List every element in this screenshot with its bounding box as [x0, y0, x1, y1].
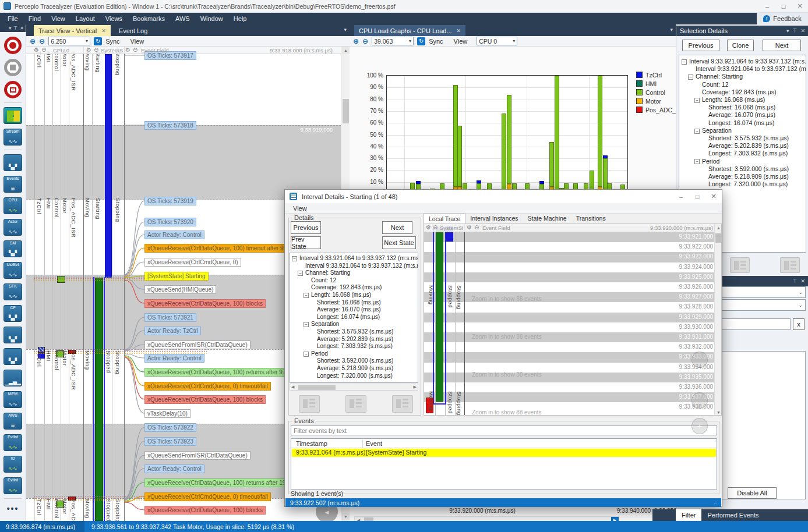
tree-expander-icon[interactable]: −	[694, 129, 700, 134]
trace-compact-icon[interactable]: ▚▞	[3, 327, 22, 343]
stream-icon[interactable]: Stream∿∿	[3, 129, 22, 146]
next-state-button[interactable]: Next State	[382, 236, 416, 249]
gear-icon[interactable]: ⚙	[467, 224, 472, 230]
scroll-up-icon[interactable]: ▲	[715, 225, 722, 231]
tree-item[interactable]: Longest: 7.303.932 (s.ms.μs)	[290, 343, 418, 350]
menu-item-views[interactable]: Views	[100, 13, 128, 24]
state-machine-icon[interactable]: SM▚▞	[3, 240, 22, 257]
tree-item[interactable]: −Channel: Starting	[679, 73, 806, 80]
trace-event-label[interactable]: vTaskDelay(10)	[144, 409, 190, 418]
tree-item[interactable]: Average: 5.202.839 (s.ms.μs)	[679, 142, 806, 150]
close-tab-icon[interactable]: ✕	[101, 28, 106, 34]
trace-event-label[interactable]: xQueueReceive(CtrlDataQueue, 100) blocks	[144, 506, 266, 515]
collapse-icon[interactable]: ⊖	[41, 47, 46, 53]
event-intensity-2-icon[interactable]: EvtInt∿∿	[3, 477, 22, 494]
sync-label[interactable]: Sync	[105, 38, 119, 45]
column-header-event-field[interactable]: Event Field	[482, 225, 510, 231]
local-trace-timeline[interactable]: 9:33.921.0009:33.922.0009:33.923.0009:33…	[424, 224, 722, 416]
column-timestamp[interactable]: Timestamp	[296, 440, 327, 447]
tree-item[interactable]: Interval 9:33.921.064 to 9:33.937.132 (m…	[290, 263, 418, 270]
tree-item[interactable]: Shortest: 3.592.000 (s.ms.μs)	[679, 165, 806, 173]
trace-event-label[interactable]: Actor Ready: TzCtrl	[144, 327, 201, 335]
menu-item-bookmarks[interactable]: Bookmarks	[128, 13, 170, 24]
zoom-in-overlay-icon[interactable]: +	[691, 418, 708, 434]
sync-icon[interactable]: ↻	[94, 37, 102, 45]
events-filter-input[interactable]	[291, 425, 717, 435]
scroll-left-icon[interactable]: ◀	[355, 517, 362, 521]
events-table[interactable]: Timestamp Event 9:33.921.064 (m:s.ms.μs)…	[291, 438, 717, 490]
tab-state-machine[interactable]: State Machine	[523, 213, 571, 224]
zoom-in-icon[interactable]: ⊕	[353, 37, 359, 45]
trace-event-label[interactable]: OS Ticks: 573921	[144, 313, 196, 322]
tree-item[interactable]: −Separation	[290, 321, 418, 328]
tree-item[interactable]: Shortest: 3.575.932 (s.ms.μs)	[679, 134, 806, 142]
zoom-level-combo[interactable]: 39.063▾	[372, 37, 414, 45]
collapse-icon[interactable]: ⊖	[94, 47, 98, 53]
trace-view-shortcut-icon[interactable]	[392, 395, 413, 413]
tree-item[interactable]: −Interval 9:33.921.064 to 9:33.937.132 (…	[290, 255, 418, 263]
tree-item[interactable]: −Period	[290, 350, 418, 358]
previous-button[interactable]: Previous	[682, 40, 719, 51]
collapse-icon[interactable]: ⊖	[474, 224, 479, 230]
gear-icon[interactable]: ⚙	[426, 224, 431, 230]
tree-item[interactable]: Average: 5.202.839 (s.ms.μs)	[290, 336, 418, 343]
record-icon[interactable]	[4, 37, 22, 54]
trace-event-label[interactable]: xQueueReceive(CtrlCmdQueue, 0) timeout/f…	[144, 382, 271, 391]
tree-expander-icon[interactable]: −	[304, 322, 309, 327]
tree-item[interactable]: −Channel: Starting	[290, 269, 418, 277]
sync-icon[interactable]: ↻	[417, 37, 425, 45]
scroll-thumb[interactable]	[343, 99, 349, 123]
feedback-button[interactable]: ! Feedback	[757, 13, 808, 24]
view-menu[interactable]: View	[454, 38, 468, 45]
trace-event-label[interactable]: xQueueReceive(CtrlCmdQueue, 0)	[144, 258, 241, 267]
sync-label[interactable]: Sync	[429, 38, 443, 45]
prev-state-button[interactable]: Prev State	[291, 236, 321, 249]
tree-expander-icon[interactable]: −	[688, 75, 693, 80]
trace-event-label[interactable]: xQueueReceive(CtrlDataQueue, 100) return…	[144, 368, 299, 377]
trace-view-shortcut-icon[interactable]	[780, 257, 800, 273]
minimize-button[interactable]: –	[673, 191, 689, 203]
trace-view-shortcut-icon[interactable]	[730, 257, 750, 273]
gear-icon[interactable]: ⚙	[34, 47, 39, 53]
tree-item[interactable]: Average: 5.218.909 (s.ms.μs)	[290, 365, 418, 373]
gear-icon[interactable]: ⚙	[125, 47, 130, 53]
zoom-in-icon[interactable]: ⊕	[30, 37, 36, 45]
next-button[interactable]: Next	[382, 221, 412, 234]
menu-item-help[interactable]: Help	[228, 13, 252, 24]
close-icon[interactable]: ✕	[800, 28, 805, 34]
maximize-button[interactable]: □	[689, 191, 705, 203]
tree-item[interactable]: Longest: 7.303.932 (s.ms.μs)	[679, 150, 806, 157]
trace-event-label[interactable]: Actor Ready: Control	[144, 354, 204, 363]
timeline-scrollbar[interactable]	[714, 224, 722, 416]
actor-graph-icon[interactable]: Actor∿∿	[3, 219, 22, 236]
clear-filter-button[interactable]: x	[793, 318, 805, 330]
menu-item-view[interactable]: View	[46, 13, 70, 24]
column-header-systemstate[interactable]: SystemSt	[101, 47, 123, 54]
tree-item[interactable]: −Length: 16.068 (ms.μs)	[679, 96, 806, 104]
pan-control-icon[interactable]	[691, 392, 708, 409]
tree-expander-icon[interactable]: −	[694, 98, 700, 103]
menu-item-aws[interactable]: AWS	[170, 13, 195, 24]
zoom-level-combo[interactable]: 6.250▾	[48, 37, 90, 45]
previous-button[interactable]: Previous	[291, 221, 321, 234]
cpu-load-icon[interactable]: CPU∿∿	[3, 197, 22, 214]
menu-item-layout[interactable]: Layout	[70, 13, 100, 24]
zoom-out-icon[interactable]: ⊖	[362, 37, 368, 45]
next-button[interactable]: Next	[763, 40, 801, 51]
menu-item-find[interactable]: Find	[23, 13, 46, 24]
trace-event-label[interactable]: OS Ticks: 573919	[144, 197, 196, 205]
tree-expander-icon[interactable]: −	[304, 352, 309, 357]
tree-item[interactable]: Average: 16.070 (ms.μs)	[679, 111, 806, 119]
event-log-icon[interactable]: Events≣	[3, 176, 22, 193]
trace-event-label[interactable]: xQueueReceive(CtrlCmdQueue, 0) timeout/f…	[144, 492, 271, 501]
tree-item[interactable]: Count: 12	[679, 81, 806, 88]
starting-state-bar[interactable]	[105, 54, 112, 278]
stop-icon[interactable]	[4, 59, 22, 76]
tree-expander-icon[interactable]: −	[304, 293, 309, 298]
column-event[interactable]: Event	[366, 440, 382, 447]
tab-trace-view-vertical[interactable]: Trace View - Vertical ✕	[34, 25, 111, 36]
tree-item[interactable]: Longest: 16.074 (ms.μs)	[290, 314, 418, 321]
interval-details-tree[interactable]: −Interval 9:33.921.064 to 9:33.937.132 (…	[290, 253, 418, 383]
scroll-down-icon[interactable]: ▼	[342, 513, 350, 520]
tree-item[interactable]: Shortest: 16.068 (ms.μs)	[290, 299, 418, 307]
